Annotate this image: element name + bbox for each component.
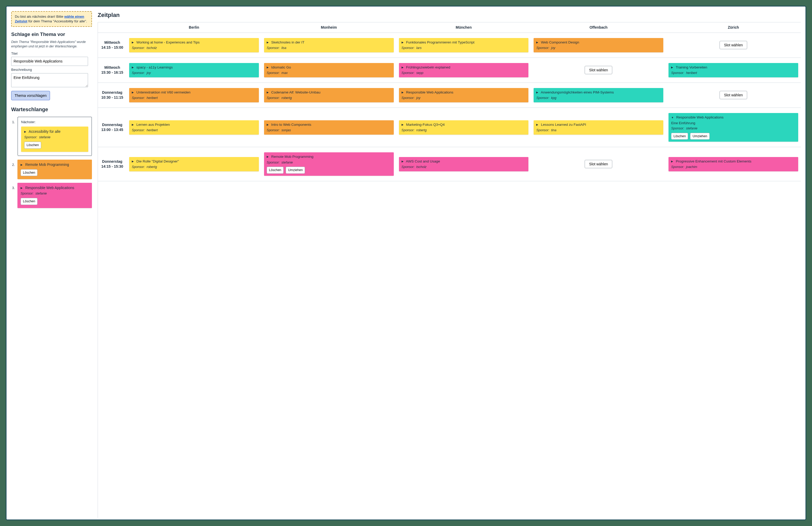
topic-title: ▶ Die Rolle "Digital Designer" xyxy=(132,159,256,164)
sponsor-line: Sponsor: stefanie xyxy=(24,135,85,140)
disclosure-triangle-icon: ▶ xyxy=(402,41,404,44)
schedule-card[interactable]: ▶ Anwendungsmöglichkeiten eines PIM-Syst… xyxy=(534,88,663,102)
schedule-card[interactable]: ▶ Training VorbereitenSponsor: heribert xyxy=(668,63,798,77)
disclosure-triangle-icon: ▶ xyxy=(132,123,134,126)
notice-prefix: Du bist als nächstes dran! Bitte xyxy=(15,15,64,18)
schedule-card[interactable]: ▶ spacy - a11y LearningsSponsor: joy xyxy=(129,63,259,77)
sponsor-line: Sponsor: lars xyxy=(402,46,526,50)
queue-next-label: Nächster: xyxy=(21,120,88,125)
topic-title: ▶ Idiomatic Go xyxy=(267,65,391,70)
queue-card[interactable]: ▶ Remote Mob ProgrammingLöschen xyxy=(17,160,92,179)
move-button[interactable]: Umziehen xyxy=(286,167,305,174)
title-input[interactable] xyxy=(11,57,88,66)
room-header: Zürich xyxy=(666,23,801,32)
disclosure-triangle-icon: ▶ xyxy=(267,91,269,94)
slot-cell: ▶ AWS Cost and UsageSponsor: tscholz xyxy=(396,147,531,181)
schedule-card[interactable]: ▶ Lessons Learned zu FastAPISponsor: tin… xyxy=(534,120,663,135)
time-row: Mittwoch 14:15 - 15:00▶ Working at home … xyxy=(98,33,801,58)
disclosure-triangle-icon: ▶ xyxy=(20,187,23,189)
topic-title: ▶ Responsible Web Applications xyxy=(402,90,526,95)
time-label: Donnerstag 14:15 - 15:30 xyxy=(98,147,127,181)
slot-cell: ▶ Progressive Enhancement mit Custom Ele… xyxy=(666,147,801,181)
disclosure-triangle-icon: ▶ xyxy=(671,160,673,163)
schedule-card[interactable]: ▶ Responsible Web ApplicationsSponsor: j… xyxy=(399,88,529,102)
schedule-card[interactable]: ▶ Web Component DesignSponsor: joy xyxy=(534,38,663,52)
delete-button[interactable]: Löschen xyxy=(20,169,38,176)
schedule-card[interactable]: ▶ Intro to Web ComponentsSponsor: sonjas xyxy=(264,120,394,135)
schedule-card[interactable]: ▶ Funktionales Programmieren mit TypeScr… xyxy=(399,38,529,52)
delete-button[interactable]: Löschen xyxy=(20,198,38,205)
schedule-card[interactable]: ▶ Remote Mob ProgrammingSponsor: stefani… xyxy=(264,152,394,176)
disclosure-triangle-icon: ▶ xyxy=(402,160,404,163)
propose-button[interactable]: Thema vorschlagen xyxy=(11,91,50,101)
schedule-card[interactable]: ▶ Die Rolle "Digital Designer"Sponsor: r… xyxy=(129,157,259,171)
room-header: Monheim xyxy=(261,23,396,32)
room-header: Berlin xyxy=(127,23,261,32)
disclosure-triangle-icon: ▶ xyxy=(20,163,23,166)
disclosure-triangle-icon: ▶ xyxy=(402,66,404,69)
title-label: Titel xyxy=(11,51,92,56)
disclosure-triangle-icon: ▶ xyxy=(24,130,26,133)
disclosure-triangle-icon: ▶ xyxy=(402,123,404,126)
card-actions: Löschen xyxy=(20,169,89,176)
slot-cell: ▶ Codename Alf: Website-UmbauSponsor: ro… xyxy=(261,83,396,107)
slot-cell: ▶ Remote Mob ProgrammingSponsor: stefani… xyxy=(261,147,396,181)
topic-title: ▶ AWS Cost and Usage xyxy=(402,159,526,164)
slot-cell: ▶ Die Rolle "Digital Designer"Sponsor: r… xyxy=(127,147,261,181)
disclosure-triangle-icon: ▶ xyxy=(536,91,538,94)
slot-cell: ▶ Lernen aus ProjektenSponsor: heribert xyxy=(127,108,261,147)
disclosure-triangle-icon: ▶ xyxy=(132,41,134,44)
disclosure-triangle-icon: ▶ xyxy=(132,160,134,163)
schedule-card[interactable]: ▶ Idiomatic GoSponsor: max xyxy=(264,63,394,77)
queue-card[interactable]: ▶ Accessibility für alleSponsor: stefani… xyxy=(21,127,88,152)
delete-button[interactable]: Löschen xyxy=(267,167,284,174)
disclosure-triangle-icon: ▶ xyxy=(267,66,269,69)
schedule-card[interactable]: ▼ Responsible Web ApplicationsEine Einfü… xyxy=(668,113,798,142)
time-row: Donnerstag 14:15 - 15:30▶ Die Rolle "Dig… xyxy=(98,147,801,181)
choose-slot-button[interactable]: Slot wählen xyxy=(585,66,612,74)
disclosure-triangle-icon: ▶ xyxy=(671,66,673,69)
schedule-card[interactable]: ▶ AWS Cost and UsageSponsor: tscholz xyxy=(399,157,529,171)
sponsor-line: Sponsor: joachim xyxy=(671,165,796,169)
choose-slot-button[interactable]: Slot wählen xyxy=(720,41,747,49)
choose-slot-button[interactable]: Slot wählen xyxy=(720,91,747,99)
schedule-card[interactable]: ▶ Progressive Enhancement mit Custom Ele… xyxy=(668,157,798,171)
slot-cell: Slot wählen xyxy=(666,83,801,107)
schedule-card[interactable]: ▶ Codename Alf: Website-UmbauSponsor: ro… xyxy=(264,88,394,102)
timetable-body: Mittwoch 14:15 - 15:00▶ Working at home … xyxy=(98,33,801,181)
slot-cell: ▶ Marketing-Fokus Q3+Q4Sponsor: robertg xyxy=(396,108,531,147)
schedule-card[interactable]: ▶ Working at home - Experiences and Tips… xyxy=(129,38,259,52)
sponsor-line: Sponsor: heribert xyxy=(132,96,256,100)
notice-suffix: für dein Thema "Accessibility für alle". xyxy=(27,19,87,23)
sponsor-line: Sponsor: max xyxy=(267,71,391,75)
choose-slot-button[interactable]: Slot wählen xyxy=(585,160,612,168)
schedule-card[interactable]: ▶ Marketing-Fokus Q3+Q4Sponsor: robertg xyxy=(399,120,529,135)
delete-button[interactable]: Löschen xyxy=(671,133,688,140)
delete-button[interactable]: Löschen xyxy=(24,142,41,149)
schedule-card[interactable]: ▶ Sketchnotes in der ITSponsor: lisa xyxy=(264,38,394,52)
description-input[interactable]: Eine Einführung xyxy=(11,73,88,87)
queue-card[interactable]: ▶ Responsible Web ApplicationsSponsor: s… xyxy=(17,183,92,208)
queue-item: Nächster:▶ Accessibility für alleSponsor… xyxy=(16,117,92,156)
time-row: Donnerstag 13:00 - 13:45▶ Lernen aus Pro… xyxy=(98,108,801,147)
schedule-card[interactable]: ▶ Unterextraktion mit V60 vermeidenSpons… xyxy=(129,88,259,102)
sponsor-line: Sponsor: robertg xyxy=(267,96,391,100)
disclosure-triangle-icon: ▶ xyxy=(267,41,269,44)
schedule-card[interactable]: ▶ Frühlingszwiebeln explainedSponsor: se… xyxy=(399,63,529,77)
topic-title: ▶ Intro to Web Components xyxy=(267,122,391,127)
topic-title: ▶ Marketing-Fokus Q3+Q4 xyxy=(402,122,526,127)
header-spacer xyxy=(98,23,127,32)
queue-item: ▶ Remote Mob ProgrammingLöschen xyxy=(16,160,92,179)
topic-description: Eine Einführung xyxy=(671,121,796,126)
schedule-card[interactable]: ▶ Lernen aus ProjektenSponsor: heribert xyxy=(129,120,259,135)
time-row: Donnerstag 10:30 - 11:15▶ Unterextraktio… xyxy=(98,83,801,108)
slot-cell: ▶ Funktionales Programmieren mit TypeScr… xyxy=(396,33,531,58)
sponsor-line: Sponsor: heribert xyxy=(671,71,796,75)
topic-title: ▶ Accessibility für alle xyxy=(24,129,85,134)
time-row: Mittwoch 15:30 - 16:15▶ spacy - a11y Lea… xyxy=(98,58,801,83)
sponsor-line: Sponsor: tina xyxy=(536,128,661,133)
move-button[interactable]: Umziehen xyxy=(690,133,709,140)
card-actions: Löschen xyxy=(20,198,89,205)
disclosure-down-icon: ▼ xyxy=(671,116,674,119)
disclosure-triangle-icon: ▶ xyxy=(267,123,269,126)
